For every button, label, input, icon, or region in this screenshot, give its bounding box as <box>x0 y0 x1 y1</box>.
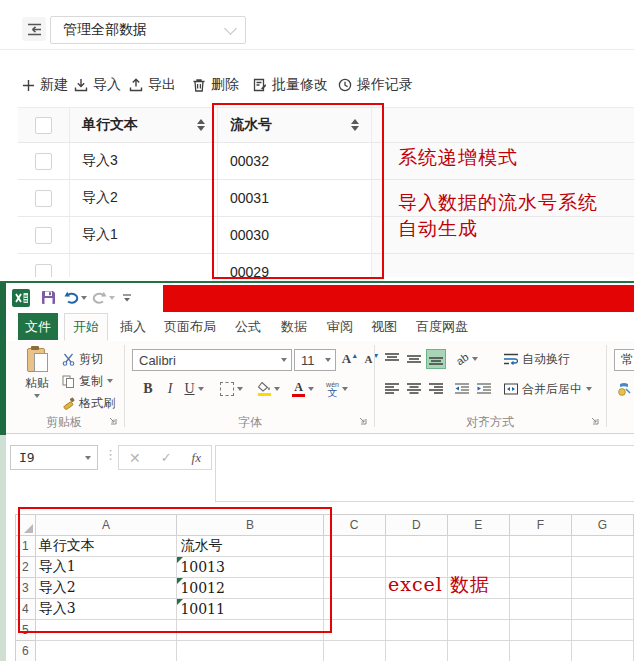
tab-view[interactable]: 视图 <box>362 313 406 340</box>
tab-file[interactable]: 文件 <box>18 313 58 340</box>
column-header[interactable]: D <box>385 515 447 536</box>
column-header[interactable]: F <box>509 515 571 536</box>
new-record-button[interactable]: 新建 <box>22 76 68 94</box>
tab-insert[interactable]: 插入 <box>112 313 154 340</box>
italic-button[interactable]: I <box>160 379 180 399</box>
merge-center-button[interactable]: 合并后居中 <box>504 380 592 398</box>
row-checkbox[interactable] <box>35 153 52 170</box>
export-button[interactable]: 导出 <box>129 76 176 94</box>
annotation-text-excel: excel 数据 <box>388 572 490 598</box>
redo-icon <box>92 291 107 304</box>
collapse-sidebar-button[interactable] <box>22 17 46 41</box>
column-header[interactable]: G <box>571 515 633 536</box>
ribbon-tab-row: 文件 开始 插入 页面布局 公式 数据 审阅 视图 百度网盘 <box>6 313 634 342</box>
copy-dropdown-caret[interactable] <box>107 379 113 383</box>
borders-icon <box>220 382 234 396</box>
batch-edit-button[interactable]: 批量修改 <box>253 76 328 94</box>
tab-home[interactable]: 开始 <box>64 313 108 341</box>
select-all-checkbox[interactable] <box>35 117 52 134</box>
number-format-select[interactable]: 常 <box>614 349 634 371</box>
data-view-value: 管理全部数据 <box>63 21 226 39</box>
confirm-entry-button[interactable]: ✓ <box>161 450 172 465</box>
column-header[interactable]: E <box>447 515 509 536</box>
align-bottom-button[interactable] <box>426 349 446 369</box>
group-separator <box>606 345 607 427</box>
paste-button[interactable]: 粘贴 <box>18 346 56 408</box>
delete-button[interactable]: 删除 <box>192 76 239 94</box>
row-header[interactable]: 6 <box>16 641 36 661</box>
font-color-dropdown-caret[interactable] <box>308 387 314 391</box>
fill-color-button[interactable] <box>254 379 284 399</box>
clipboard-dialog-launcher[interactable] <box>108 416 118 426</box>
copy-button[interactable]: 复制 <box>62 372 113 390</box>
customize-quick-access-button[interactable] <box>122 293 132 303</box>
decrease-indent-icon <box>455 383 469 395</box>
align-middle-button[interactable] <box>404 349 424 369</box>
history-button[interactable]: 操作记录 <box>338 76 413 94</box>
data-view-select[interactable]: 管理全部数据 <box>50 16 246 44</box>
select-all-cell <box>18 107 70 143</box>
paste-dropdown-caret[interactable] <box>34 394 40 398</box>
merge-dropdown-caret[interactable] <box>586 387 592 391</box>
import-button[interactable]: 导入 <box>74 76 121 94</box>
undo-dropdown-caret[interactable] <box>81 296 87 300</box>
excel-logo-icon <box>12 289 30 307</box>
row-checkbox[interactable] <box>35 227 52 244</box>
scissors-icon <box>62 353 75 366</box>
borders-button[interactable] <box>216 379 246 399</box>
accounting-format-button[interactable] <box>614 379 634 399</box>
accounting-format-icon <box>617 382 631 396</box>
row-checkbox[interactable] <box>35 264 52 278</box>
undo-button[interactable] <box>64 291 87 304</box>
tab-baidu-netdisk[interactable]: 百度网盘 <box>406 313 478 340</box>
tab-page-layout[interactable]: 页面布局 <box>154 313 226 340</box>
screenshot-canvas: 管理全部数据 新建 导入 导出 删除 <box>0 0 634 661</box>
column-header[interactable]: C <box>323 515 385 536</box>
phonetic-dropdown-caret[interactable] <box>342 387 348 391</box>
shrink-font-button[interactable]: A ▼ <box>362 349 382 369</box>
font-name-select[interactable]: Calibri <box>132 349 292 371</box>
alignment-dialog-launcher[interactable] <box>590 416 600 426</box>
fill-color-dropdown-caret[interactable] <box>274 387 280 391</box>
redo-button[interactable] <box>92 291 115 304</box>
tab-formulas[interactable]: 公式 <box>226 313 270 340</box>
column-header-empty <box>372 107 634 143</box>
align-top-button[interactable] <box>382 349 402 369</box>
sort-icon[interactable] <box>197 119 205 131</box>
name-box-dropdown-caret[interactable] <box>85 456 91 460</box>
edit-document-icon <box>253 78 267 92</box>
font-size-select[interactable]: 11 <box>294 349 336 371</box>
align-center-button[interactable] <box>404 379 424 399</box>
align-left-button[interactable] <box>382 379 402 399</box>
underline-button[interactable]: U <box>180 379 208 399</box>
font-color-button[interactable]: A <box>288 379 318 399</box>
save-button[interactable] <box>41 290 56 305</box>
cut-button[interactable]: 剪切 <box>62 350 103 368</box>
phonetic-guide-button[interactable]: wén 文 <box>322 379 352 399</box>
grow-font-button[interactable]: A ▲ <box>340 349 360 369</box>
bold-button[interactable]: B <box>138 379 158 399</box>
chevron-down-icon <box>224 22 237 35</box>
increase-indent-button[interactable] <box>474 379 494 399</box>
borders-dropdown-caret[interactable] <box>237 387 243 391</box>
webapp-toolbar: 新建 导入 导出 删除 批量修改 <box>0 70 634 100</box>
cancel-entry-button[interactable]: ✕ <box>129 450 141 466</box>
tab-review[interactable]: 审阅 <box>318 313 362 340</box>
formula-bar-input[interactable] <box>215 445 634 502</box>
format-painter-button[interactable]: 格式刷 <box>62 394 115 412</box>
redo-dropdown-caret[interactable] <box>109 296 115 300</box>
orientation-button[interactable]: ab <box>452 349 482 369</box>
insert-function-button[interactable]: fx <box>192 450 201 466</box>
align-right-button[interactable] <box>426 379 446 399</box>
group-separator <box>374 345 375 427</box>
orientation-dropdown-caret[interactable] <box>472 357 478 361</box>
column-header-text[interactable]: 单行文本 <box>70 107 218 143</box>
row-checkbox[interactable] <box>35 190 52 207</box>
tab-data[interactable]: 数据 <box>272 313 316 340</box>
formula-bar-grip[interactable]: ⋮ <box>104 447 117 462</box>
wrap-text-button[interactable]: 自动换行 <box>504 350 570 368</box>
font-dialog-launcher[interactable] <box>358 416 368 426</box>
decrease-indent-button[interactable] <box>452 379 472 399</box>
name-box[interactable]: I9 <box>10 445 98 470</box>
underline-dropdown-caret[interactable] <box>198 387 204 391</box>
